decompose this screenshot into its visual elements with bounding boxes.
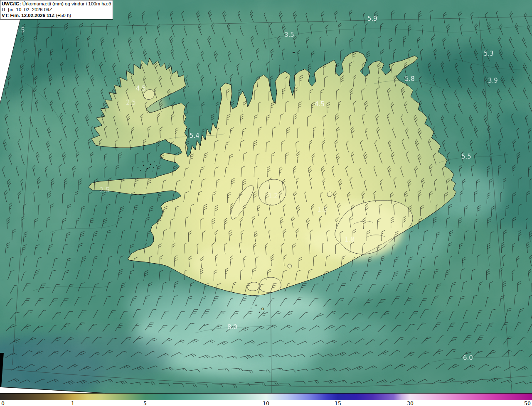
contour-label: 4.5 [136,85,146,92]
contour-label: 5.3 [484,50,494,57]
colorbar-ticks: 01510153050 [0,400,532,406]
colorbar-tick-0: 0 [1,400,5,406]
contour-label: 5.5 [461,153,471,160]
contour-label: 3.9 [488,77,498,84]
model-name: UWC/IG: [2,1,21,6]
colorbar-tick-15: 15 [330,400,346,406]
colorbar: 01510153050 [0,393,532,406]
valid-time-text: VT: Fim. 12.02.2026 11Z [2,13,54,18]
contour-label: 5.4 [190,132,200,139]
map-title-box: UWC/IG: Úrkomumætti (mm) og vindur i 100… [0,0,113,20]
colorbar-tick-30: 30 [402,400,419,406]
title-line-valid: VT: Fim. 12.02.2026 11Z (+50 h) [2,12,111,18]
contour-label: 5.8 [405,75,415,83]
contour-label: 1.0 [345,236,355,243]
title-line-model: UWC/IG: Úrkomumætti (mm) og vindur i 100… [2,1,111,7]
contour-label: 1.0 [317,206,327,213]
contour-label: 2.5 [126,99,136,106]
colorbar-tick-50: 50 [521,400,531,406]
contour-label: 1.2 [268,192,278,200]
contour-label: 6.0 [463,354,473,362]
contour-label: 2.5 [100,186,110,194]
contour-label: 8.0 [227,323,237,331]
colorbar-tick-1: 1 [64,400,81,406]
colorbar-gradient [0,393,532,400]
colorbar-tick-10: 10 [258,400,274,406]
colorbar-tick-5: 5 [137,400,153,406]
valid-offset-text: (+50 h) [54,13,71,18]
map-title-text: Úrkomumætti (mm) og vindur i 100m hæð [21,1,111,6]
contour-label: 4.5 [315,100,325,108]
title-line-init: IT: þri. 10. 02. 2026 09Z [2,7,111,12]
weather-map: 3.55.93.55.33.95.84.52.54.55.45.52.51.21… [0,0,532,393]
weather-map-app: 3.55.93.55.33.95.84.52.54.55.45.52.51.21… [0,0,532,406]
contour-label: 5.9 [367,15,377,22]
contour-label: 3.5 [284,31,294,39]
